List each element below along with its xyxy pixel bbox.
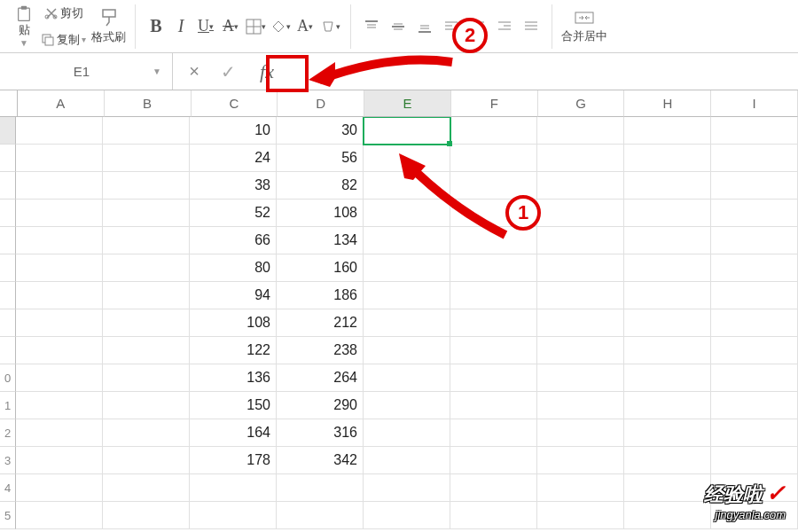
formula-input[interactable]: [293, 53, 798, 90]
cell[interactable]: [624, 145, 711, 172]
cell[interactable]: [450, 392, 537, 419]
cell[interactable]: [364, 447, 450, 474]
name-box[interactable]: E1 ▼: [0, 53, 173, 90]
cell[interactable]: [190, 502, 277, 529]
cell[interactable]: [364, 172, 450, 200]
bold-button[interactable]: B: [145, 15, 168, 38]
format-painter-button[interactable]: 格式刷: [91, 5, 126, 48]
cell[interactable]: [711, 145, 798, 172]
cell[interactable]: [624, 447, 711, 474]
cell[interactable]: [711, 392, 798, 419]
cell[interactable]: 122: [190, 337, 277, 364]
cell[interactable]: [364, 502, 450, 529]
cell[interactable]: [450, 474, 537, 502]
cell[interactable]: [16, 282, 103, 309]
cell[interactable]: [363, 117, 451, 145]
row-header[interactable]: 4: [0, 474, 16, 502]
cell[interactable]: 150: [190, 392, 277, 419]
cell[interactable]: [16, 337, 103, 364]
cell[interactable]: [450, 254, 537, 282]
cell[interactable]: [103, 364, 190, 392]
row-header[interactable]: 0: [0, 364, 16, 392]
align-top-button[interactable]: [360, 15, 383, 38]
cell[interactable]: [16, 502, 103, 529]
insert-function-button[interactable]: fx: [249, 56, 285, 88]
cell[interactable]: [450, 200, 537, 227]
cell[interactable]: [450, 419, 537, 447]
cell[interactable]: [364, 392, 450, 419]
cell[interactable]: [624, 392, 711, 419]
row-header[interactable]: 1: [0, 392, 16, 419]
cell[interactable]: [624, 200, 711, 227]
cell[interactable]: [190, 474, 277, 502]
cell[interactable]: [624, 364, 711, 392]
underline-button[interactable]: U ▾: [194, 15, 217, 38]
cell[interactable]: 136: [190, 364, 277, 392]
row-header[interactable]: [0, 337, 16, 364]
cell[interactable]: 264: [277, 364, 364, 392]
cell[interactable]: 80: [190, 254, 277, 282]
cell[interactable]: 24: [190, 145, 277, 172]
cell[interactable]: [16, 145, 103, 172]
cell[interactable]: [711, 474, 798, 502]
cell[interactable]: [537, 200, 624, 227]
cell[interactable]: 30: [277, 117, 364, 145]
align-bottom-button[interactable]: [413, 15, 436, 38]
cell[interactable]: [103, 254, 190, 282]
highlight-button[interactable]: ▾: [318, 15, 341, 38]
cell[interactable]: [103, 200, 190, 227]
cell[interactable]: [16, 474, 103, 502]
row-header[interactable]: 5: [0, 502, 16, 529]
cell[interactable]: 56: [277, 145, 364, 172]
cell[interactable]: 10: [190, 117, 277, 145]
cell[interactable]: [711, 447, 798, 474]
cell[interactable]: [450, 364, 537, 392]
row-header[interactable]: [0, 145, 16, 172]
align-justify-button[interactable]: [520, 15, 543, 38]
cell[interactable]: [103, 502, 190, 529]
cell[interactable]: 94: [190, 282, 277, 309]
row-header[interactable]: [0, 172, 16, 200]
cell[interactable]: [537, 337, 624, 364]
cell[interactable]: [537, 474, 624, 502]
cell[interactable]: [624, 474, 711, 502]
cell[interactable]: [364, 282, 450, 309]
col-header-g[interactable]: G: [538, 90, 625, 117]
cell[interactable]: 66: [190, 227, 277, 254]
cell[interactable]: [537, 227, 624, 254]
cell[interactable]: [277, 474, 364, 502]
cell[interactable]: [711, 172, 798, 200]
cell[interactable]: [450, 117, 537, 145]
cell[interactable]: 212: [277, 309, 364, 337]
cell[interactable]: [450, 309, 537, 337]
col-header-i[interactable]: I: [711, 90, 798, 117]
cell[interactable]: [103, 419, 190, 447]
cell[interactable]: 238: [277, 337, 364, 364]
cell[interactable]: [537, 392, 624, 419]
cell[interactable]: [450, 282, 537, 309]
cell[interactable]: [711, 254, 798, 282]
col-header-b[interactable]: B: [105, 90, 192, 117]
cell[interactable]: [277, 502, 364, 529]
cell[interactable]: [537, 502, 624, 529]
cell[interactable]: 342: [277, 447, 364, 474]
row-header[interactable]: [0, 200, 16, 227]
cell[interactable]: [450, 145, 537, 172]
copy-button[interactable]: 复制 ▾: [41, 28, 86, 51]
cancel-formula-button[interactable]: ×: [182, 59, 207, 84]
row-header[interactable]: 3: [0, 447, 16, 474]
cell[interactable]: [450, 172, 537, 200]
cell[interactable]: [16, 309, 103, 337]
cell[interactable]: [624, 227, 711, 254]
cell[interactable]: 52: [190, 200, 277, 227]
col-header-h[interactable]: H: [624, 90, 711, 117]
cell[interactable]: [364, 419, 450, 447]
cell[interactable]: [450, 447, 537, 474]
col-header-c[interactable]: C: [192, 90, 278, 117]
col-header-d[interactable]: D: [278, 90, 364, 117]
cell[interactable]: [450, 337, 537, 364]
cell[interactable]: 316: [277, 419, 364, 447]
fill-color-button[interactable]: ▾: [269, 15, 292, 38]
merge-center-button[interactable]: 合并居中: [561, 5, 607, 48]
italic-button[interactable]: I: [169, 15, 192, 38]
